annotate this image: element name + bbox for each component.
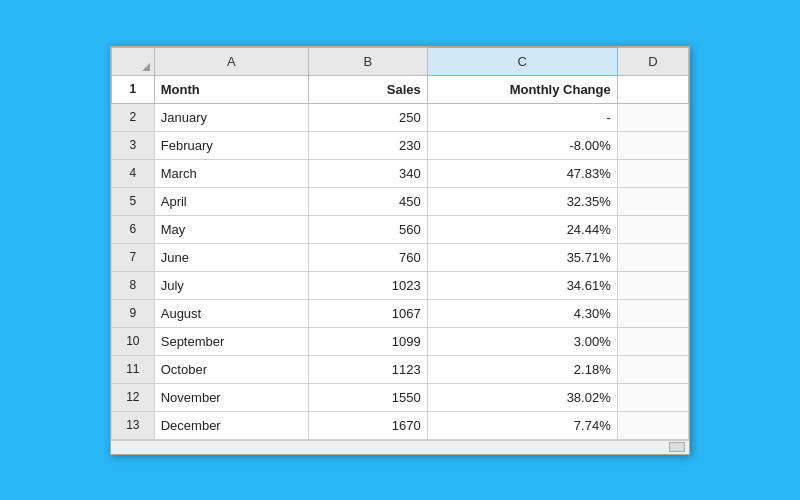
cell-monthly-change[interactable]: 4.30%: [427, 299, 617, 327]
col-header-b[interactable]: B: [309, 47, 428, 75]
cell-d: [617, 103, 688, 131]
cell-d: [617, 355, 688, 383]
cell-monthly-change[interactable]: 2.18%: [427, 355, 617, 383]
cell-monthly-change[interactable]: 47.83%: [427, 159, 617, 187]
spreadsheet: A B C D 1 Month Sales Monthly Change 2Ja…: [110, 46, 690, 455]
cell-month[interactable]: February: [154, 131, 308, 159]
cell-monthly-change[interactable]: 35.71%: [427, 243, 617, 271]
row-num-cell: 3: [112, 131, 155, 159]
cell-month[interactable]: April: [154, 187, 308, 215]
cell-monthly-change[interactable]: 3.00%: [427, 327, 617, 355]
cell-d: [617, 131, 688, 159]
cell-month[interactable]: June: [154, 243, 308, 271]
cell-monthly-change[interactable]: 7.74%: [427, 411, 617, 439]
cell-sales[interactable]: 230: [309, 131, 428, 159]
cell-monthly-change[interactable]: 34.61%: [427, 271, 617, 299]
row-num-cell: 8: [112, 271, 155, 299]
col-header-c[interactable]: C: [427, 47, 617, 75]
cell-sales[interactable]: 1023: [309, 271, 428, 299]
header-d: [617, 75, 688, 103]
cell-d: [617, 215, 688, 243]
header-monthly-change[interactable]: Monthly Change: [427, 75, 617, 103]
table-row: 5April45032.35%: [112, 187, 689, 215]
cell-sales[interactable]: 1099: [309, 327, 428, 355]
cell-d: [617, 299, 688, 327]
cell-d: [617, 159, 688, 187]
cell-month[interactable]: August: [154, 299, 308, 327]
cell-d: [617, 243, 688, 271]
table-row: 2January250-: [112, 103, 689, 131]
cell-sales[interactable]: 1670: [309, 411, 428, 439]
column-header-row: A B C D: [112, 47, 689, 75]
cell-sales[interactable]: 1123: [309, 355, 428, 383]
table-row: 13December16707.74%: [112, 411, 689, 439]
cell-d: [617, 327, 688, 355]
cell-month[interactable]: October: [154, 355, 308, 383]
row-num-cell: 13: [112, 411, 155, 439]
header-sales[interactable]: Sales: [309, 75, 428, 103]
row-num-cell: 11: [112, 355, 155, 383]
cell-sales[interactable]: 1550: [309, 383, 428, 411]
cell-sales[interactable]: 450: [309, 187, 428, 215]
cell-month[interactable]: March: [154, 159, 308, 187]
cell-month[interactable]: December: [154, 411, 308, 439]
cell-month[interactable]: July: [154, 271, 308, 299]
row-num-header: 1: [112, 75, 155, 103]
table-row: 12November155038.02%: [112, 383, 689, 411]
cell-sales[interactable]: 250: [309, 103, 428, 131]
cell-sales[interactable]: 560: [309, 215, 428, 243]
cell-sales[interactable]: 1067: [309, 299, 428, 327]
table-row: 4March34047.83%: [112, 159, 689, 187]
row-num-cell: 6: [112, 215, 155, 243]
cell-d: [617, 383, 688, 411]
row-num-cell: 7: [112, 243, 155, 271]
table-row: 8July102334.61%: [112, 271, 689, 299]
cell-month[interactable]: January: [154, 103, 308, 131]
data-rows: 2January250-3February230-8.00%4March3404…: [112, 103, 689, 439]
row-num-cell: 9: [112, 299, 155, 327]
row-num-cell: 12: [112, 383, 155, 411]
cell-sales[interactable]: 760: [309, 243, 428, 271]
cell-d: [617, 187, 688, 215]
table-row: 6May56024.44%: [112, 215, 689, 243]
cell-d: [617, 271, 688, 299]
header-month[interactable]: Month: [154, 75, 308, 103]
cell-monthly-change[interactable]: -8.00%: [427, 131, 617, 159]
cell-sales[interactable]: 340: [309, 159, 428, 187]
cell-monthly-change[interactable]: 24.44%: [427, 215, 617, 243]
cell-month[interactable]: September: [154, 327, 308, 355]
scroll-box[interactable]: [669, 442, 685, 452]
row-num-cell: 10: [112, 327, 155, 355]
table-row: 3February230-8.00%: [112, 131, 689, 159]
cell-month[interactable]: May: [154, 215, 308, 243]
sheet-table: A B C D 1 Month Sales Monthly Change 2Ja…: [111, 47, 689, 440]
row-num-cell: 4: [112, 159, 155, 187]
cell-monthly-change[interactable]: 38.02%: [427, 383, 617, 411]
col-header-a[interactable]: A: [154, 47, 308, 75]
corner-cell: [112, 47, 155, 75]
data-header-row: 1 Month Sales Monthly Change: [112, 75, 689, 103]
table-row: 7June76035.71%: [112, 243, 689, 271]
col-header-d[interactable]: D: [617, 47, 688, 75]
cell-monthly-change[interactable]: -: [427, 103, 617, 131]
row-num-cell: 5: [112, 187, 155, 215]
cell-month[interactable]: November: [154, 383, 308, 411]
table-row: 10September10993.00%: [112, 327, 689, 355]
table-row: 9August10674.30%: [112, 299, 689, 327]
row-num-cell: 2: [112, 103, 155, 131]
scroll-indicator[interactable]: [111, 440, 689, 454]
cell-monthly-change[interactable]: 32.35%: [427, 187, 617, 215]
table-row: 11October11232.18%: [112, 355, 689, 383]
cell-d: [617, 411, 688, 439]
